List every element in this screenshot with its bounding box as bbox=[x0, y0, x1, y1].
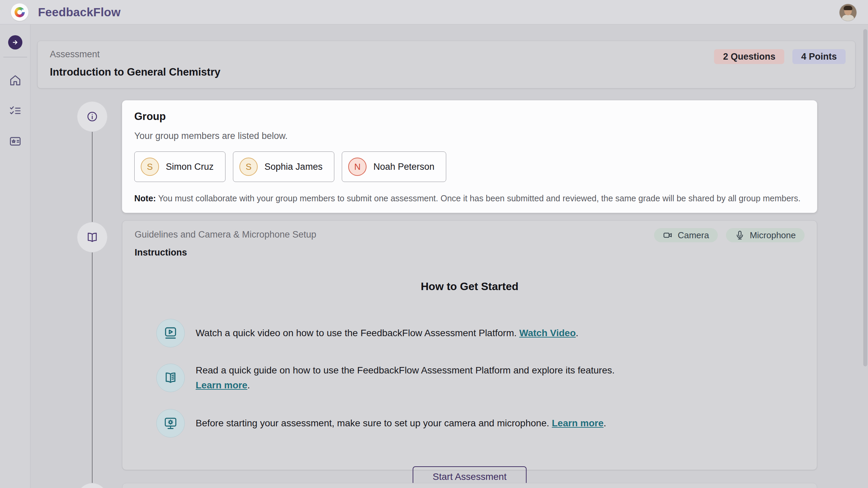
assessment-badges: 2 Questions 4 Points bbox=[714, 49, 846, 64]
member-name: Simon Cruz bbox=[166, 162, 214, 172]
member-avatar: S bbox=[239, 158, 258, 176]
monitor-gear-icon bbox=[156, 409, 185, 438]
member-name: Noah Peterson bbox=[373, 162, 434, 172]
instruction-step: Read a quick guide on how to use the Fee… bbox=[156, 363, 651, 393]
group-note-text: You must collaborate with your group mem… bbox=[156, 194, 801, 203]
top-header: FeedbackFlow bbox=[0, 0, 868, 24]
sidebar-item-assessments[interactable] bbox=[8, 103, 23, 118]
timeline-marker-instructions bbox=[77, 222, 107, 252]
step-text: Watch a quick video on how to use the Fe… bbox=[196, 326, 578, 341]
group-title: Group bbox=[134, 110, 805, 123]
assessment-header-card: Assessment Introduction to General Chemi… bbox=[37, 41, 855, 88]
timeline-marker-group bbox=[77, 101, 107, 132]
page-scrollbar bbox=[863, 24, 868, 488]
member-chip: S Sophia James bbox=[233, 151, 334, 182]
instructions-title: Instructions bbox=[135, 247, 805, 258]
timeline-marker-next bbox=[77, 483, 107, 488]
microphone-icon bbox=[735, 230, 745, 240]
sidebar-item-active-step[interactable] bbox=[8, 35, 22, 49]
arrow-right-icon bbox=[11, 38, 19, 46]
member-avatar: S bbox=[141, 158, 159, 176]
howto-heading: How to Get Started bbox=[135, 280, 805, 293]
group-card: Group Your group members are listed belo… bbox=[122, 100, 817, 213]
user-avatar[interactable] bbox=[840, 4, 856, 21]
feedbackflow-logo-icon bbox=[13, 5, 26, 18]
watch-video-link[interactable]: Watch Video bbox=[519, 328, 576, 338]
member-chip: S Simon Cruz bbox=[134, 151, 225, 182]
microphone-badge[interactable]: Microphone bbox=[726, 228, 805, 242]
checklist-icon bbox=[9, 104, 22, 117]
open-book-icon bbox=[156, 364, 185, 392]
sidebar-divider bbox=[3, 57, 27, 57]
next-section-card bbox=[122, 483, 817, 488]
left-sidebar bbox=[0, 24, 31, 488]
app-logo bbox=[11, 3, 28, 21]
step-text-body: Before starting your assessment, make su… bbox=[196, 418, 552, 428]
step-text: Read a quick guide on how to use the Fee… bbox=[196, 363, 615, 393]
assessment-title: Introduction to General Chemistry bbox=[50, 66, 220, 78]
step-text-suffix: . bbox=[604, 418, 606, 428]
home-icon bbox=[9, 74, 22, 87]
scrollbar-thumb[interactable] bbox=[863, 29, 867, 366]
questions-badge: 2 Questions bbox=[714, 49, 784, 64]
instruction-step: Watch a quick video on how to use the Fe… bbox=[156, 319, 651, 347]
points-badge: 4 Points bbox=[792, 49, 846, 64]
assessment-label: Assessment bbox=[50, 49, 100, 60]
avatar-body bbox=[842, 15, 854, 21]
video-play-icon bbox=[156, 319, 185, 347]
timeline-line bbox=[92, 109, 93, 488]
avatar-hair bbox=[844, 6, 852, 10]
step-text-suffix: . bbox=[576, 328, 578, 338]
learn-more-link[interactable]: Learn more bbox=[196, 380, 248, 390]
group-note-label: Note: bbox=[134, 194, 156, 203]
member-chip: N Noah Peterson bbox=[342, 151, 446, 182]
group-note: Note: You must collaborate with your gro… bbox=[134, 194, 805, 203]
camera-badge[interactable]: Camera bbox=[654, 228, 718, 242]
app-title: FeedbackFlow bbox=[38, 5, 121, 19]
guidelines-card: Guidelines and Camera & Microphone Setup… bbox=[122, 220, 817, 470]
instruction-step: Before starting your assessment, make su… bbox=[156, 409, 651, 438]
member-name: Sophia James bbox=[264, 162, 322, 172]
camera-icon bbox=[663, 230, 673, 240]
sidebar-item-home[interactable] bbox=[8, 73, 23, 88]
sidebar-item-results[interactable] bbox=[8, 134, 23, 149]
open-book-icon bbox=[86, 231, 99, 244]
group-members: S Simon Cruz S Sophia James N Noah Peter… bbox=[134, 151, 805, 182]
info-icon bbox=[86, 110, 98, 123]
main-content: Assessment Introduction to General Chemi… bbox=[31, 24, 863, 488]
learn-more-link[interactable]: Learn more bbox=[552, 418, 604, 428]
device-badges: Camera Microphone bbox=[654, 228, 805, 242]
step-text-suffix: . bbox=[248, 380, 250, 390]
camera-badge-label: Camera bbox=[678, 230, 709, 241]
group-subtitle: Your group members are listed below. bbox=[134, 131, 805, 141]
member-avatar: N bbox=[348, 158, 367, 176]
step-text-body: Read a quick guide on how to use the Fee… bbox=[196, 365, 615, 375]
microphone-badge-label: Microphone bbox=[750, 230, 796, 241]
step-text-body: Watch a quick video on how to use the Fe… bbox=[196, 328, 519, 338]
certificate-icon bbox=[9, 135, 22, 148]
step-text: Before starting your assessment, make su… bbox=[196, 416, 606, 431]
